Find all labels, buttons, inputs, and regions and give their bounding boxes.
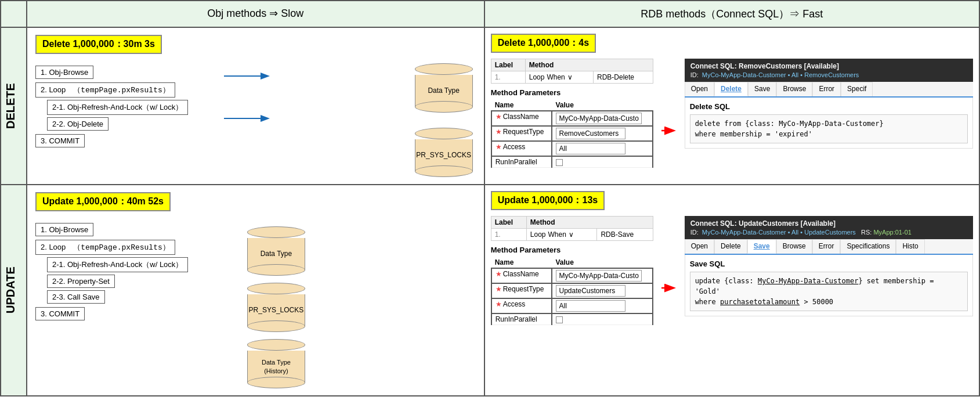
- param-row: ★ClassName MyCo-MyApp-Data-Custo: [491, 111, 653, 126]
- u-row-num: 1.: [491, 229, 526, 241]
- u-when-label: When: [548, 230, 566, 239]
- param-row: ★RequestType RemoveCustomers: [491, 126, 653, 141]
- sql-title: Delete SQL: [690, 102, 968, 111]
- update-params-table: Name Value ★ClassName MyCo-MyApp-Data-Cu…: [491, 257, 653, 325]
- update-db3: Data Type(History): [244, 339, 308, 388]
- u-runinparallel-checkbox[interactable]: [556, 316, 563, 323]
- u-value-col: Value: [552, 257, 652, 268]
- step-1: 1. Obj-Browse: [35, 66, 221, 79]
- u-requesttype-input[interactable]: UpdateCustomers: [556, 285, 625, 297]
- red-arrow: [658, 93, 680, 168]
- update-rdb-grid: Label Method 1. Loop: [491, 216, 653, 241]
- delete-table-area: Label Method 1. Loop: [491, 59, 653, 168]
- u-param-row: ★Access All: [491, 298, 653, 313]
- tab-error[interactable]: Error: [812, 82, 841, 96]
- col-label: Label: [491, 59, 525, 71]
- u-connect-sql-id: ID: MyCo-MyApp-Data-Customer • All • Upd…: [690, 229, 967, 236]
- access-input[interactable]: All: [556, 143, 625, 154]
- delete-rdb-cell: Delete 1,000,000：4s Label Method: [484, 27, 979, 185]
- connect-sql-id: ID: MyCo-MyApp-Data-Customer • All • Rem…: [690, 71, 967, 78]
- u-param-row: ★RequestType UpdateCustomers: [491, 283, 653, 298]
- u-classname-input[interactable]: MyCo-MyApp-Data-Custo: [556, 270, 641, 282]
- connect-sql-title: Connect SQL: RemoveCustomers [Available]: [690, 62, 967, 70]
- step21-box: 2-1. Obj-Refresh-And-Lock（w/ Lock）: [47, 100, 188, 115]
- u-tab-error[interactable]: Error: [812, 239, 841, 254]
- u-tab-browse[interactable]: Browse: [776, 239, 812, 254]
- delete-method-params: Method Parameters Name Value: [491, 88, 653, 168]
- u-step-3: 3. COMMIT: [35, 307, 221, 320]
- col2-header: RDB methods（Connect SQL）⇒ Fast: [484, 1, 979, 27]
- delete-steps: 1. Obj-Browse 2. Loop （tempPage.pxResult…: [35, 63, 221, 150]
- when-label: When: [547, 73, 565, 81]
- update-obj-cell: Update 1,000,000：40m 52s 1. Obj-Browse 2…: [27, 185, 484, 396]
- step-2: 2. Loop （tempPage.pxResults）: [35, 82, 221, 98]
- update-db1: Data Type: [244, 226, 308, 276]
- requesttype-input[interactable]: RemoveCustomers: [556, 128, 625, 139]
- step-3: 3. COMMIT: [35, 134, 221, 147]
- update-connect-sql: Connect SQL: UpdateCustomers [Available]…: [685, 216, 973, 325]
- update-sql-tabs: Open Delete Save Browse Error Specificat…: [685, 239, 973, 255]
- u-loop-cell: Loop When ∨: [526, 229, 597, 241]
- runinparallel-checkbox[interactable]: [556, 159, 563, 166]
- u-params-title: Method Parameters: [491, 246, 653, 254]
- u-step-2-3: 2-3. Call Save: [47, 290, 221, 304]
- u-sql-title: Save SQL: [690, 259, 968, 268]
- tab-open[interactable]: Open: [685, 82, 714, 96]
- col-method: Method: [525, 59, 653, 71]
- u-tab-specifications[interactable]: Specifications: [840, 239, 896, 254]
- corner-cell: [1, 1, 27, 27]
- update-steps: 1. Obj-Browse 2. Loop （tempPage.pxResult…: [35, 221, 221, 323]
- update-rdb-panel: Label Method 1. Loop: [491, 216, 973, 325]
- u-step21-box: 2-1. Obj-Refresh-And-Lock（w/ Lock）: [47, 257, 188, 272]
- delete-rdb-grid: Label Method 1. Loop: [491, 59, 653, 84]
- delete-label: DELETE: [1, 27, 27, 185]
- u-tab-open[interactable]: Open: [685, 239, 714, 254]
- update-method-params: Method Parameters Name Value: [491, 246, 653, 325]
- u-step2-box: 2. Loop （tempPage.pxResults）: [35, 240, 175, 255]
- u-loop-label: Loop: [530, 230, 546, 239]
- param-row: RunInParallel: [491, 156, 653, 168]
- u-col-label: Label: [491, 217, 526, 229]
- u-sql-code-block: update {class: MyCo-MyApp-Data-Customer}…: [690, 272, 968, 311]
- dropdown-icon[interactable]: ∨: [567, 73, 573, 81]
- row-num: 1.: [491, 71, 525, 84]
- tab-delete[interactable]: Delete: [714, 82, 748, 96]
- u-tab-histo[interactable]: Histo: [896, 239, 924, 254]
- tab-save[interactable]: Save: [748, 82, 776, 96]
- u-param-row: RunInParallel: [491, 313, 653, 325]
- u-step22-box: 2-2. Property-Set: [47, 275, 115, 288]
- u-param-row: ★ClassName MyCo-MyApp-Data-Custo: [491, 268, 653, 283]
- delete-params-table: Name Value ★ClassName MyCo-MyApp-Data-Cu…: [491, 100, 653, 168]
- name-col: Name: [491, 100, 552, 111]
- update-rdb-badge: Update 1,000,000：13s: [491, 191, 605, 210]
- update-label: UPDATE: [1, 185, 27, 396]
- u-connect-sql-title: Connect SQL: UpdateCustomers [Available]: [690, 219, 967, 228]
- tab-specif[interactable]: Specif: [841, 82, 873, 96]
- update-table-area: Label Method 1. Loop: [491, 216, 653, 325]
- delete-connect-sql: Connect SQL: RemoveCustomers [Available]…: [685, 59, 973, 168]
- tab-browse[interactable]: Browse: [776, 82, 812, 96]
- col1-header: Obj methods ⇒ Slow: [27, 1, 484, 27]
- u-dropdown-icon[interactable]: ∨: [569, 230, 574, 239]
- u-tab-delete[interactable]: Delete: [714, 239, 747, 254]
- delete-sql-content: Delete SQL delete from {class: MyCo-MyAp…: [685, 98, 973, 149]
- u-red-arrow: [658, 251, 680, 325]
- update-sql-content: Save SQL update {class: MyCo-MyApp-Data-…: [685, 255, 973, 316]
- delete-rdb-panel: Label Method 1. Loop: [491, 59, 973, 168]
- delete-obj-cell: Delete 1,000,000：30m 3s 1. Obj-Browse 2.…: [27, 27, 484, 185]
- step-2-2: 2-2. Obj-Delete: [47, 117, 221, 131]
- params-title: Method Parameters: [491, 88, 653, 97]
- loop-label: Loop: [529, 73, 545, 81]
- step22-box: 2-2. Obj-Delete: [47, 117, 109, 131]
- u-connect-sql-header: Connect SQL: UpdateCustomers [Available]…: [685, 216, 973, 239]
- value-col: Value: [552, 100, 652, 111]
- delete-arrows-svg: [221, 63, 476, 177]
- u-tab-save[interactable]: Save: [747, 239, 776, 254]
- u-col-method: Method: [526, 217, 653, 229]
- update-db2: PR_SYS_LOCKS: [244, 283, 308, 332]
- u-step-2-1: 2-1. Obj-Refresh-And-Lock（w/ Lock）: [47, 257, 221, 272]
- main-comparison-table: Obj methods ⇒ Slow RDB methods（Connect S…: [0, 0, 980, 396]
- step1-box: 1. Obj-Browse: [35, 66, 93, 79]
- u-access-input[interactable]: All: [556, 300, 625, 312]
- classname-input[interactable]: MyCo-MyApp-Data-Custo: [556, 113, 641, 124]
